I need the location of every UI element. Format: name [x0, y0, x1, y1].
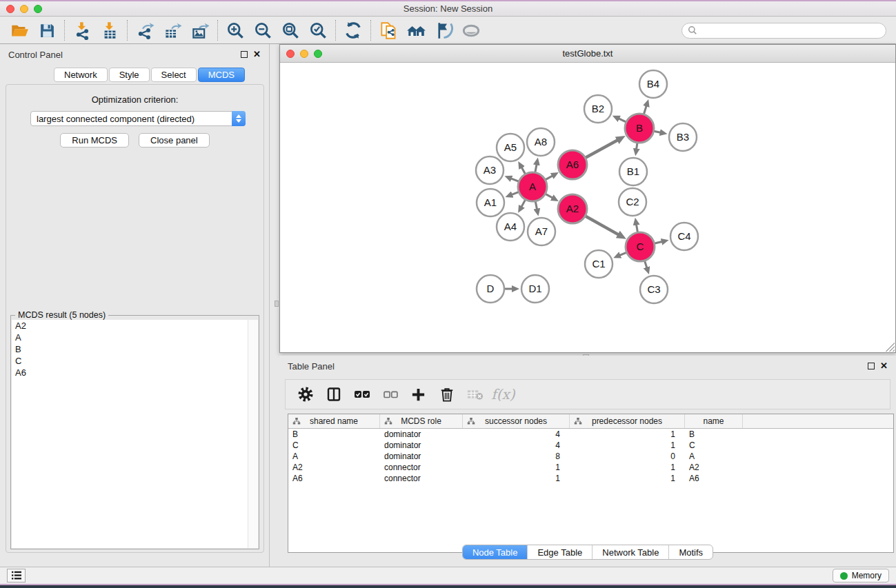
- save-session-button[interactable]: [33, 19, 61, 42]
- add-column-button[interactable]: [406, 382, 431, 407]
- result-list-item[interactable]: A6: [12, 367, 248, 378]
- home-layout-button[interactable]: [402, 19, 430, 42]
- tab-node-table[interactable]: Node Table: [463, 545, 528, 559]
- network-graph[interactable]: AA1A2A3A4A5A6A7A8BB1B2B3B4CC1C2C3C4DD1: [280, 63, 895, 352]
- edge-C-C4[interactable]: [654, 242, 661, 244]
- toolbar-separator: [127, 20, 128, 41]
- edge-A-A6[interactable]: [545, 176, 552, 180]
- session-title: Session: New Session: [0, 3, 896, 14]
- export-table-button[interactable]: [159, 19, 186, 42]
- node-table[interactable]: shared nameMCDS rolesuccessor nodesprede…: [288, 414, 894, 553]
- refresh-view-button[interactable]: [339, 19, 367, 42]
- result-scrollbar[interactable]: [248, 320, 258, 548]
- cell-successor-nodes: 8: [463, 452, 570, 461]
- export-image-button[interactable]: [186, 19, 214, 42]
- result-list-item[interactable]: A: [12, 332, 248, 343]
- tab-network[interactable]: Network: [54, 68, 108, 82]
- resize-grip-icon[interactable]: [885, 342, 895, 352]
- zoom-selected-button[interactable]: [304, 19, 332, 42]
- mcds-result-list[interactable]: A2ABCA6: [12, 320, 248, 548]
- tab-mcds[interactable]: MCDS: [198, 68, 245, 82]
- show-graphics-button[interactable]: [457, 19, 485, 42]
- network-window-titlebar[interactable]: testGlobe.txt: [280, 45, 895, 63]
- node-label-C4: C4: [677, 230, 690, 242]
- delete-column-button[interactable]: [434, 382, 459, 407]
- zoom-fit-button[interactable]: [277, 19, 304, 42]
- column-header-shared-name[interactable]: shared name: [288, 414, 380, 428]
- table-row[interactable]: A6connector11A6: [288, 473, 893, 484]
- column-header-successor-nodes[interactable]: successor nodes: [463, 414, 570, 428]
- memory-button[interactable]: Memory: [833, 569, 889, 582]
- open-session-button[interactable]: [6, 19, 33, 42]
- search-field[interactable]: [681, 23, 886, 39]
- select-all-icon: [353, 387, 371, 401]
- column-header-predecessor-nodes[interactable]: predecessor nodes: [570, 414, 685, 428]
- table-row[interactable]: Cdominator41C: [288, 440, 893, 451]
- edge-A2-C[interactable]: [585, 216, 618, 234]
- edge-C-C3[interactable]: [644, 261, 646, 268]
- toolbar-separator: [370, 20, 371, 41]
- edge-A-A2[interactable]: [545, 194, 552, 198]
- table-header-row: shared nameMCDS rolesuccessor nodesprede…: [288, 414, 893, 429]
- edge-A-A8[interactable]: [535, 164, 537, 172]
- fx-icon: f(x): [491, 386, 515, 403]
- criterion-select[interactable]: largest connected component (directed): [30, 111, 246, 126]
- table-row[interactable]: A2connector11A2: [288, 462, 893, 473]
- clone-network-button[interactable]: [375, 19, 402, 42]
- export-network-button[interactable]: [131, 19, 159, 42]
- result-list-item[interactable]: B: [12, 343, 248, 355]
- task-history-button[interactable]: [7, 569, 26, 582]
- search-input[interactable]: [697, 26, 880, 35]
- tab-style[interactable]: Style: [109, 68, 150, 82]
- table-row[interactable]: Bdominator41B: [288, 429, 893, 440]
- function-builder-button[interactable]: f(x): [490, 382, 516, 407]
- table-row[interactable]: Adominator80A: [288, 451, 893, 462]
- network-canvas[interactable]: AA1A2A3A4A5A6A7A8BB1B2B3B4CC1C2C3C4DD1: [280, 63, 895, 352]
- show-columns-button[interactable]: [321, 382, 346, 407]
- cell-predecessor-nodes: 1: [570, 440, 685, 450]
- table-settings-button[interactable]: [292, 382, 318, 407]
- control-panel-title: Control Panel: [8, 50, 63, 60]
- float-panel-icon[interactable]: [868, 363, 875, 369]
- cell-MCDS-role: dominator: [380, 429, 463, 439]
- close-panel-button[interactable]: Close panel: [139, 133, 210, 148]
- edge-B-B2[interactable]: [619, 119, 626, 122]
- column-header-name[interactable]: name: [685, 414, 743, 428]
- delete-table-button[interactable]: [462, 382, 488, 407]
- edge-A-A7[interactable]: [535, 201, 537, 210]
- tab-motifs[interactable]: Motifs: [669, 545, 713, 559]
- main-toolbar: [0, 17, 896, 44]
- result-list-item[interactable]: A2: [12, 320, 248, 332]
- edge-C-C1[interactable]: [619, 252, 626, 255]
- deselect-all-button[interactable]: [377, 382, 403, 407]
- cell-MCDS-role: dominator: [380, 440, 463, 450]
- edge-A-A5[interactable]: [521, 168, 526, 174]
- edge-A-A1[interactable]: [512, 192, 519, 194]
- edge-A-A4[interactable]: [521, 199, 526, 207]
- select-all-button[interactable]: [349, 382, 375, 407]
- zoom-out-button[interactable]: [249, 19, 277, 42]
- zoom-in-button[interactable]: [221, 19, 249, 42]
- float-panel-icon[interactable]: [241, 51, 248, 58]
- edge-A6-B[interactable]: [585, 140, 617, 158]
- import-table-button[interactable]: [96, 19, 123, 42]
- close-panel-icon[interactable]: ✕: [880, 363, 888, 369]
- result-list-item[interactable]: C: [12, 355, 248, 367]
- optimization-criterion-label: Optimization criterion:: [6, 94, 263, 105]
- close-panel-icon[interactable]: ✕: [253, 51, 261, 58]
- column-header-MCDS-role[interactable]: MCDS role: [380, 414, 463, 428]
- cell-predecessor-nodes: 1: [570, 463, 685, 472]
- edge-A-A3[interactable]: [511, 179, 519, 182]
- hide-flags-button[interactable]: [430, 19, 457, 42]
- splitter-handle[interactable]: [275, 301, 279, 307]
- tab-network-table[interactable]: Network Table: [593, 545, 669, 559]
- node-label-A5: A5: [504, 141, 517, 153]
- import-network-button[interactable]: [68, 19, 96, 42]
- node-label-B4: B4: [647, 78, 659, 90]
- tab-edge-table[interactable]: Edge Table: [528, 545, 593, 559]
- run-mcds-button[interactable]: Run MCDS: [60, 133, 129, 148]
- edge-B-B4[interactable]: [644, 105, 646, 114]
- tab-select[interactable]: Select: [151, 68, 197, 82]
- edge-B-B3[interactable]: [654, 131, 661, 132]
- edge-C-C2[interactable]: [637, 225, 638, 233]
